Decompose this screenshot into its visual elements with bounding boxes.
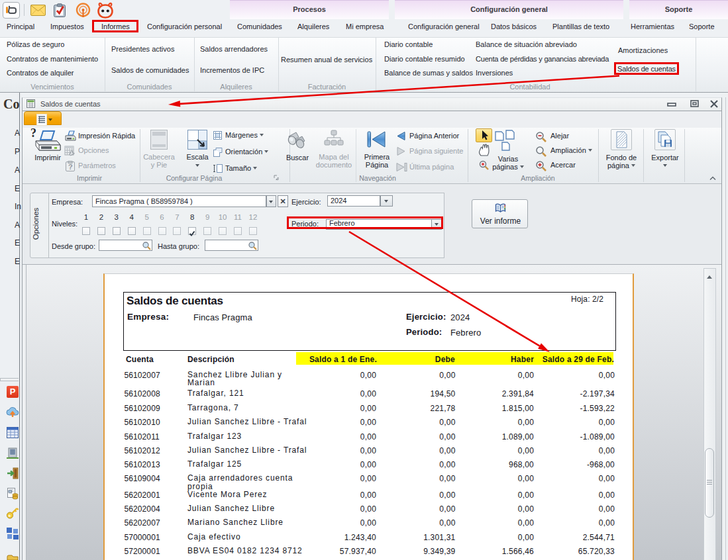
svg-text:?: ? [30, 127, 36, 140]
svg-text:?: ? [68, 163, 73, 171]
